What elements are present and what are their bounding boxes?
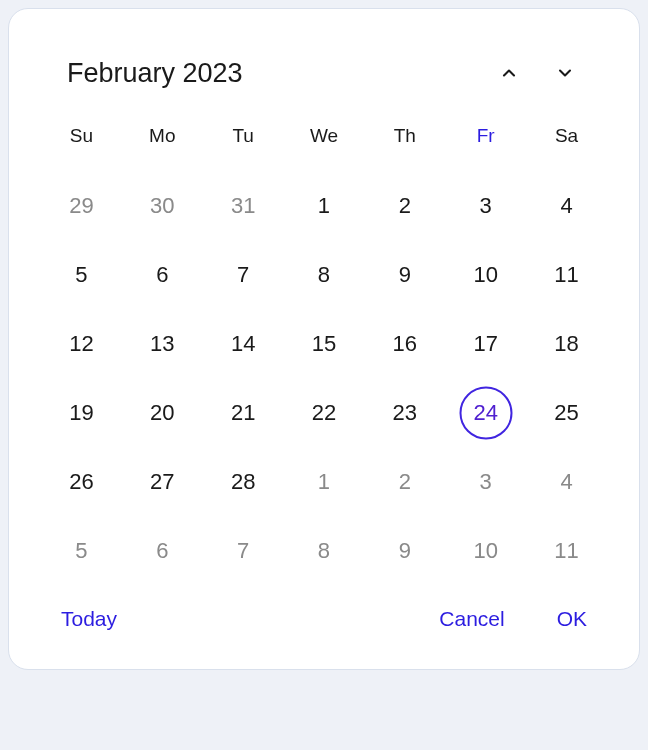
- calendar-header: February 2023: [41, 57, 607, 89]
- day-cell[interactable]: 2: [364, 179, 445, 232]
- cancel-button[interactable]: Cancel: [431, 601, 512, 637]
- day-cell[interactable]: 9: [364, 248, 445, 301]
- day-cell[interactable]: 17: [445, 317, 526, 370]
- month-nav: [493, 57, 581, 89]
- day-cell[interactable]: 22: [284, 386, 365, 439]
- chevron-down-icon: [555, 63, 575, 83]
- day-cell[interactable]: 13: [122, 317, 203, 370]
- day-cell[interactable]: 8: [284, 248, 365, 301]
- day-cell[interactable]: 30: [122, 179, 203, 232]
- weekday-header: Su: [41, 117, 122, 163]
- day-cell[interactable]: 1: [284, 455, 365, 508]
- today-ring: [459, 386, 512, 439]
- day-cell[interactable]: 20: [122, 386, 203, 439]
- day-cell[interactable]: 7: [203, 524, 284, 577]
- day-cell[interactable]: 2: [364, 455, 445, 508]
- day-cell[interactable]: 29: [41, 179, 122, 232]
- day-cell[interactable]: 14: [203, 317, 284, 370]
- calendar-card: February 2023 SuMoTuWeThFrSa293031123456…: [8, 8, 640, 670]
- day-cell[interactable]: 3: [445, 179, 526, 232]
- prev-month-button[interactable]: [493, 57, 525, 89]
- day-cell[interactable]: 25: [526, 386, 607, 439]
- day-cell[interactable]: 23: [364, 386, 445, 439]
- day-cell[interactable]: 28: [203, 455, 284, 508]
- today-button[interactable]: Today: [53, 601, 125, 637]
- ok-button[interactable]: OK: [549, 601, 595, 637]
- day-cell[interactable]: 11: [526, 524, 607, 577]
- month-year-title[interactable]: February 2023: [67, 58, 243, 89]
- day-cell[interactable]: 8: [284, 524, 365, 577]
- next-month-button[interactable]: [549, 57, 581, 89]
- day-cell[interactable]: 11: [526, 248, 607, 301]
- day-cell[interactable]: 19: [41, 386, 122, 439]
- weekday-header: Sa: [526, 117, 607, 163]
- day-cell[interactable]: 1: [284, 179, 365, 232]
- day-cell[interactable]: 4: [526, 179, 607, 232]
- day-cell[interactable]: 5: [41, 524, 122, 577]
- day-cell[interactable]: 5: [41, 248, 122, 301]
- calendar-footer: Today Cancel OK: [41, 577, 607, 637]
- day-cell[interactable]: 9: [364, 524, 445, 577]
- day-cell[interactable]: 18: [526, 317, 607, 370]
- day-cell[interactable]: 3: [445, 455, 526, 508]
- weekday-header: We: [284, 117, 365, 163]
- day-cell[interactable]: 12: [41, 317, 122, 370]
- chevron-up-icon: [499, 63, 519, 83]
- day-cell[interactable]: 26: [41, 455, 122, 508]
- day-cell[interactable]: 24: [445, 386, 526, 439]
- weekday-header: Mo: [122, 117, 203, 163]
- day-cell[interactable]: 16: [364, 317, 445, 370]
- day-cell[interactable]: 6: [122, 248, 203, 301]
- day-cell[interactable]: 27: [122, 455, 203, 508]
- calendar-grid: SuMoTuWeThFrSa29303112345678910111213141…: [41, 117, 607, 577]
- day-cell[interactable]: 7: [203, 248, 284, 301]
- day-cell[interactable]: 4: [526, 455, 607, 508]
- weekday-header: Fr: [445, 117, 526, 163]
- day-cell[interactable]: 10: [445, 524, 526, 577]
- day-cell[interactable]: 31: [203, 179, 284, 232]
- day-cell[interactable]: 10: [445, 248, 526, 301]
- day-cell[interactable]: 21: [203, 386, 284, 439]
- weekday-header: Tu: [203, 117, 284, 163]
- weekday-header: Th: [364, 117, 445, 163]
- day-cell[interactable]: 6: [122, 524, 203, 577]
- day-cell[interactable]: 15: [284, 317, 365, 370]
